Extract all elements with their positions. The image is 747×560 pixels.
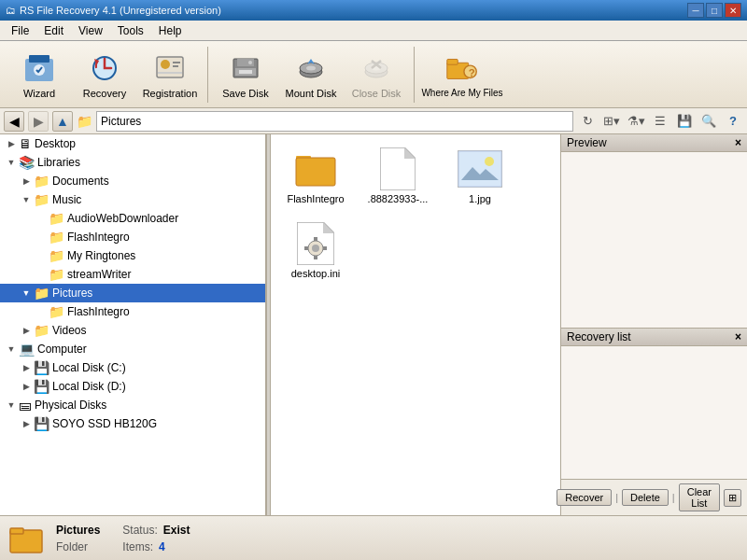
menu-tools[interactable]: Tools (110, 22, 151, 39)
expander-physical[interactable]: ▼ (4, 398, 19, 413)
toolbar-sep-2 (414, 47, 415, 103)
save-disk-label: Save Disk (222, 88, 269, 99)
tree-item-flashintegro-music[interactable]: ▶ 📁 FlashIntegro (0, 228, 265, 246)
recovery-actions: Recover | Delete | Clear List ⊞ (561, 479, 747, 515)
tree-item-audiowebdownloader[interactable]: ▶ 📁 AudioWebDownloader (0, 209, 265, 228)
file-item-1jpg[interactable]: 1.jpg (443, 142, 517, 209)
right-panel: Preview × Recovery list × Recover | Dele… (560, 134, 747, 515)
expander-documents[interactable]: ▶ (19, 174, 34, 189)
recovery-close-button[interactable]: × (735, 330, 741, 343)
svg-point-12 (248, 61, 252, 64)
streamwriter-label: streamWriter (67, 268, 131, 281)
physical-label: Physical Disks (35, 399, 106, 412)
tree-item-localc[interactable]: ▶ 💾 Local Disk (C:) (0, 358, 265, 377)
desktop-icon: 🖥 (19, 136, 32, 151)
back-button[interactable]: ◀ (4, 111, 24, 132)
status-status-row: Status: Exist (122, 524, 190, 537)
address-input[interactable]: Pictures (96, 111, 573, 132)
recover-button[interactable]: Recover (557, 489, 612, 506)
status-items-row: Items: 4 (122, 540, 190, 553)
title-bar: 🗂 RS File Recovery 4.1 (Unregistered ver… (0, 0, 747, 21)
expander-localc[interactable]: ▶ (19, 360, 34, 375)
where-files-button[interactable]: ? Where Are My Files (420, 45, 504, 105)
expander-libraries[interactable]: ▼ (4, 155, 19, 170)
file-name-1jpg: 1.jpg (469, 193, 491, 204)
refresh-button[interactable]: ↻ (577, 111, 598, 132)
file-icon-flashintegro (293, 147, 338, 191)
tree-item-libraries[interactable]: ▼ 📚 Libraries (0, 153, 265, 172)
tree-item-documents[interactable]: ▶ 📁 Documents (0, 172, 265, 190)
file-item-flashintegro[interactable]: FlashIntegro (278, 142, 353, 209)
wizard-button[interactable]: Wizard (7, 45, 71, 105)
expander-desktop[interactable]: ▶ (4, 136, 19, 151)
clear-list-button[interactable]: Clear List (679, 483, 720, 511)
svg-rect-4 (157, 57, 183, 77)
forward-button[interactable]: ▶ (28, 111, 49, 132)
documents-label: Documents (52, 175, 109, 188)
tree-item-desktop[interactable]: ▶ 🖥 Desktop (0, 134, 265, 153)
tree-item-physical[interactable]: ▼ 🖴 Physical Disks (0, 396, 265, 414)
maximize-button[interactable]: □ (706, 3, 723, 18)
main-content: ▶ 🖥 Desktop ▼ 📚 Libraries ▶ 📁 Documents … (0, 134, 747, 515)
expander-pictures[interactable]: ▼ (19, 286, 34, 301)
expander-computer[interactable]: ▼ (4, 342, 19, 357)
svg-rect-24 (296, 158, 335, 186)
registration-button[interactable]: Registration (138, 45, 202, 105)
file-panel: FlashIntegro .88823933-... (271, 134, 560, 515)
svg-rect-13 (239, 70, 252, 74)
tree-item-flashintegro-pic[interactable]: ▶ 📁 FlashIntegro (0, 302, 265, 321)
tree-item-pictures[interactable]: ▼ 📁 Pictures (0, 284, 265, 302)
status-type-row: Folder (56, 540, 100, 553)
svg-rect-21 (447, 59, 458, 64)
file-item-desktopini[interactable]: desktop.ini (278, 217, 353, 284)
status-items-value: 4 (159, 540, 165, 553)
mount-disk-button[interactable]: Mount Disk (279, 45, 343, 105)
status-name-row: Pictures (56, 524, 100, 537)
locald-label: Local Disk (D:) (52, 380, 126, 393)
tree-item-locald[interactable]: ▶ 💾 Local Disk (D:) (0, 377, 265, 396)
expander-locald[interactable]: ▶ (19, 379, 34, 394)
menu-view[interactable]: View (71, 22, 110, 39)
file-name-flashintegro: FlashIntegro (287, 193, 344, 204)
music-icon: 📁 (34, 192, 49, 207)
help-button[interactable]: ? (723, 111, 743, 132)
recovery-header: Recovery list × (561, 329, 747, 346)
expander-videos[interactable]: ▶ (19, 323, 34, 338)
tree-item-music[interactable]: ▼ 📁 Music (0, 190, 265, 209)
registration-icon (151, 50, 189, 86)
up-button[interactable]: ▲ (52, 111, 73, 132)
list-view-button[interactable]: ☰ (650, 111, 670, 132)
minimize-button[interactable]: ─ (687, 3, 704, 18)
recovery-icon (86, 50, 123, 86)
preview-close-button[interactable]: × (735, 136, 741, 149)
delete-button[interactable]: Delete (622, 489, 669, 506)
tree-item-computer[interactable]: ▼ 💻 Computer (0, 340, 265, 358)
menu-help[interactable]: Help (151, 22, 190, 39)
svg-text:?: ? (469, 66, 475, 77)
close-disk-button[interactable]: Close Disk (345, 45, 408, 105)
file-item-88823933[interactable]: .88823933-... (360, 142, 435, 209)
tree-item-videos[interactable]: ▶ 📁 Videos (0, 321, 265, 340)
expander-music[interactable]: ▼ (19, 192, 34, 207)
file-icon-1jpg (458, 147, 502, 191)
filter-button[interactable]: ⚗▾ (626, 111, 646, 132)
audiowebdownloader-icon: 📁 (49, 211, 64, 226)
menu-file[interactable]: File (4, 22, 36, 39)
menu-edit[interactable]: Edit (36, 22, 71, 39)
save-disk-button[interactable]: Save Disk (214, 45, 277, 105)
tree-item-soyo[interactable]: ▶ 💾 SOYO SSD HB120G (0, 414, 265, 433)
myringtones-icon: 📁 (49, 248, 64, 263)
status-col-left: Pictures Folder (56, 524, 100, 553)
close-button[interactable]: ✕ (725, 3, 741, 18)
svg-point-16 (306, 65, 316, 70)
app-icon: 🗂 (6, 5, 16, 16)
tree-item-streamwriter[interactable]: ▶ 📁 streamWriter (0, 265, 265, 284)
preview-panel: Preview × (561, 134, 747, 329)
expander-soyo[interactable]: ▶ (19, 416, 34, 431)
recovery-grid-button[interactable]: ⊞ (724, 489, 741, 507)
save-view-button[interactable]: 💾 (674, 111, 695, 132)
recovery-button[interactable]: Recovery (73, 45, 136, 105)
search-button[interactable]: 🔍 (698, 111, 719, 132)
tree-item-myringtones[interactable]: ▶ 📁 My Ringtones (0, 246, 265, 265)
view-options-button[interactable]: ⊞▾ (601, 111, 622, 132)
